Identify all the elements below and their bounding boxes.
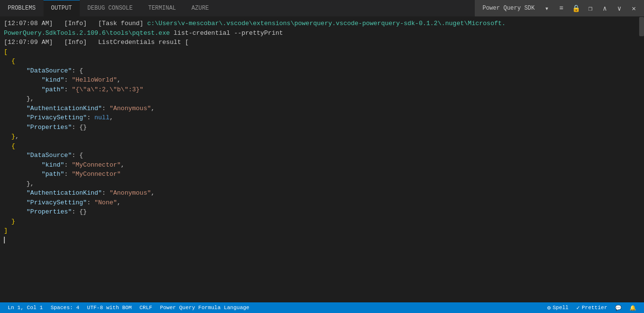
status-bar: Ln 1, Col 1 Spaces: 4 UTF-8 with BOM CRL… bbox=[0, 302, 644, 313]
log-line-1: [12:07:08 AM] [Info] [Task found] c:\Use… bbox=[4, 19, 635, 28]
tab-debug-console[interactable]: DEBUG CONSOLE bbox=[80, 0, 141, 16]
up-icon[interactable]: ∧ bbox=[599, 2, 611, 14]
scrollbar-thumb[interactable] bbox=[639, 17, 644, 36]
json-close-bracket: ] bbox=[4, 226, 635, 236]
output-terminal[interactable]: [12:07:08 AM] [Info] [Task found] c:\Use… bbox=[0, 17, 639, 302]
json-block2-auth: "AuthenticationKind": "Anonymous", bbox=[4, 188, 635, 198]
feedback-icon: 💬 bbox=[615, 305, 622, 311]
check-icon: ✓ bbox=[576, 304, 580, 312]
json-block1-open: { bbox=[4, 57, 635, 66]
main-content: [12:07:08 AM] [Info] [Task found] c:\Use… bbox=[0, 17, 644, 302]
status-prettier[interactable]: ✓ Prettier bbox=[572, 302, 611, 313]
text-cursor bbox=[4, 237, 5, 243]
status-language[interactable]: Power Query Formula Language bbox=[156, 302, 253, 313]
log-line-1b: PowerQuery.SdkTools.2.109.6\tools\pqtest… bbox=[4, 28, 635, 38]
status-position[interactable]: Ln 1, Col 1 bbox=[4, 302, 47, 313]
status-encoding[interactable]: UTF-8 with BOM bbox=[83, 302, 135, 313]
json-block1-ds-close: }, bbox=[4, 94, 635, 104]
status-notifications[interactable]: 🔔 bbox=[626, 302, 640, 313]
json-block2-props: "Properties": {} bbox=[4, 207, 635, 217]
json-block2-ds-close: }, bbox=[4, 179, 635, 189]
tab-terminal[interactable]: TERMINAL bbox=[140, 0, 184, 16]
scrollbar-track[interactable] bbox=[639, 17, 644, 302]
json-block2-kind: "kind": "MyConnector", bbox=[4, 160, 635, 170]
titlebar-right: Power Query SDK ▾ ≡ 🔒 ❐ ∧ ∨ ✕ bbox=[475, 0, 644, 16]
down-icon[interactable]: ∨ bbox=[613, 2, 626, 14]
json-block2-open: { bbox=[4, 142, 635, 151]
copy-icon[interactable]: ❐ bbox=[584, 2, 597, 14]
tab-bar: PROBLEMS OUTPUT DEBUG CONSOLE TERMINAL A… bbox=[0, 0, 644, 17]
json-block1-kind: "kind": "HelloWorld", bbox=[4, 75, 635, 85]
json-block2-ds: "DataSource": { bbox=[4, 151, 635, 160]
status-spell[interactable]: ⚙ Spell bbox=[543, 302, 572, 313]
json-block2-privacy: "PrivacySetting": "None", bbox=[4, 198, 635, 208]
menu-icon[interactable]: ≡ bbox=[555, 2, 568, 14]
lock-icon[interactable]: 🔒 bbox=[570, 2, 582, 14]
status-feedback[interactable]: 💬 bbox=[611, 302, 626, 313]
json-block2-path: "path": "MyConnector" bbox=[4, 170, 635, 179]
json-open-bracket: [ bbox=[4, 47, 635, 57]
json-block1-ds: "DataSource": { bbox=[4, 66, 635, 76]
json-block1-props: "Properties": {} bbox=[4, 123, 635, 132]
json-block1-path: "path": "{\"a\":2,\"b\":3}" bbox=[4, 85, 635, 95]
gear-icon: ⚙ bbox=[547, 304, 551, 312]
log-line-2: [12:07:09 AM] [Info] ListCredentials res… bbox=[4, 38, 635, 47]
status-spaces[interactable]: Spaces: 4 bbox=[47, 302, 83, 313]
close-icon[interactable]: ✕ bbox=[628, 2, 640, 14]
json-block1-auth: "AuthenticationKind": "Anonymous", bbox=[4, 104, 635, 114]
sdk-title-text: Power Query SDK bbox=[479, 5, 539, 12]
tab-problems[interactable]: PROBLEMS bbox=[0, 0, 44, 16]
dropdown-icon[interactable]: ▾ bbox=[541, 2, 553, 14]
json-block2-close: } bbox=[4, 217, 635, 227]
json-block1-privacy: "PrivacySetting": null, bbox=[4, 113, 635, 123]
tab-output[interactable]: OUTPUT bbox=[44, 0, 80, 16]
tab-azure[interactable]: AZURE bbox=[184, 0, 217, 16]
status-eol[interactable]: CRLF bbox=[135, 302, 156, 313]
bell-icon: 🔔 bbox=[629, 305, 636, 311]
json-block1-close: }, bbox=[4, 132, 635, 142]
cursor-line bbox=[4, 236, 635, 245]
